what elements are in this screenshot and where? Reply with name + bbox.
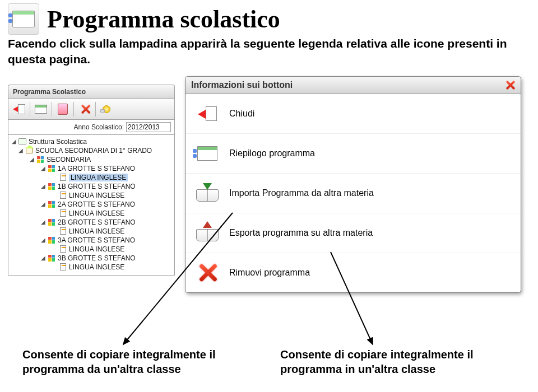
summary-button[interactable] xyxy=(33,101,49,117)
tree-class[interactable]: ◢3A GROTTE S STEFANO xyxy=(10,236,173,245)
import-icon xyxy=(196,181,219,205)
intro-text: Facendo click sulla lampadina apparirà l… xyxy=(0,35,538,71)
annotation-import: Consente di copiare integralmente il pro… xyxy=(22,347,224,376)
tree-view: ◢Struttura Scolastica ◢SCUOLA SECONDARIA… xyxy=(8,135,175,276)
back-button[interactable] xyxy=(11,101,27,117)
year-input[interactable] xyxy=(126,122,171,132)
info-row-chiudi: Chiudi xyxy=(185,94,521,134)
info-row-rimuovi: Rimuovi programma xyxy=(185,253,521,292)
tree-class[interactable]: ◢2B GROTTE S STEFANO xyxy=(10,218,173,227)
tree-level[interactable]: ◢SECONDARIA xyxy=(10,155,173,164)
help-button[interactable] xyxy=(98,101,115,117)
info-label: Esporta programma su altra materia xyxy=(229,228,373,238)
info-title: Informazioni sui bottoni xyxy=(191,80,293,90)
lightbulb-icon xyxy=(103,105,110,113)
tree-class[interactable]: ◢1A GROTTE S STEFANO xyxy=(10,164,173,173)
annotation-export: Consente di copiare integralmente il pro… xyxy=(280,347,504,376)
info-label: Chiudi xyxy=(229,109,254,119)
page-title: Programma scolastico xyxy=(47,5,280,34)
export-icon xyxy=(196,221,219,245)
tree-class[interactable]: ◢1B GROTTE S STEFANO xyxy=(10,182,173,191)
toolbar xyxy=(8,99,175,120)
info-row-importa: Importa Programma da altra materia xyxy=(185,174,521,213)
close-button[interactable] xyxy=(505,80,515,90)
tree-class[interactable]: ◢3B GROTTE S STEFANO xyxy=(10,254,173,263)
summary-icon xyxy=(196,142,219,165)
app-icon xyxy=(8,3,39,35)
info-label: Importa Programma da altra materia xyxy=(229,188,374,198)
tree-subject[interactable]: LINGUA INGLESE xyxy=(10,245,173,254)
remove-icon xyxy=(196,261,219,284)
info-label: Rimuovi programma xyxy=(229,268,310,278)
info-label: Riepilogo programma xyxy=(229,148,315,158)
year-label: Anno Scolastico: xyxy=(74,123,124,131)
pdf-button[interactable] xyxy=(54,101,71,117)
info-panel: Informazioni sui bottoni Chiudi Riepilog… xyxy=(185,76,521,293)
programma-panel: Programma Scolastico Anno Scolastico: ◢S… xyxy=(8,85,175,276)
info-row-riepilogo: Riepilogo programma xyxy=(185,134,521,174)
panel-title: Programma Scolastico xyxy=(8,85,175,99)
info-row-esporta: Esporta programma su altra materia xyxy=(185,213,521,253)
tree-class[interactable]: ◢2A GROTTE S STEFANO xyxy=(10,200,173,209)
tree-subject[interactable]: LINGUA INGLESE xyxy=(10,227,173,236)
delete-button[interactable] xyxy=(76,101,93,117)
close-icon xyxy=(196,102,219,125)
tree-school[interactable]: ◢SCUOLA SECONDARIA DI 1° GRADO xyxy=(10,146,173,155)
tree-subject[interactable]: LINGUA INGLESE xyxy=(10,191,173,200)
tree-subject[interactable]: LINGUA INGLESE xyxy=(10,173,173,182)
tree-subject[interactable]: LINGUA INGLESE xyxy=(10,209,173,218)
tree-subject[interactable]: LINGUA INGLESE xyxy=(10,263,173,272)
